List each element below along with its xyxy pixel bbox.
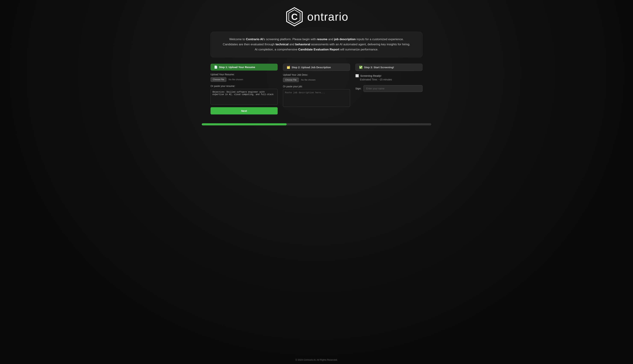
footer: © 2024 Contrario AI. All Rights Reserved… — [293, 356, 340, 364]
step1-file-button[interactable]: Choose File — [210, 77, 227, 82]
step2-file-chosen: No file chosen — [301, 78, 315, 81]
progress-fill — [202, 123, 287, 126]
step2-file-row: Choose File No file chosen — [283, 78, 350, 82]
screening-ready-text: Screening Ready! — [360, 74, 381, 77]
next-button[interactable]: Next — [210, 107, 278, 114]
progress-container — [202, 123, 431, 126]
step1-icon: 📄 — [214, 66, 218, 69]
step3-header-label: Step 3: Start Screening! — [364, 66, 394, 69]
step2-icon: 🗂️ — [287, 66, 290, 69]
step3-panel: ✅ Step 3: Start Screening! ⬜ Screening R… — [355, 64, 423, 92]
footer-text: © 2024 Contrario AI. All Rights Reserved… — [296, 358, 338, 361]
logo-hex-icon: C — [285, 7, 304, 26]
logo-area: C ontrario — [285, 0, 348, 32]
step2-panel: 🗂️ Step 2: Upload Job Description Upload… — [283, 64, 350, 108]
step1-resume-textarea[interactable]: Objective: Skilled software engineer wit… — [210, 89, 278, 105]
step1-paste-label: Or paste your resume: — [210, 85, 278, 88]
step1-file-row: Choose File No file chosen — [210, 77, 278, 82]
logo-text: ontrario — [307, 10, 348, 23]
steps-container: 📄 Step 1: Upload Your Resume Upload Your… — [210, 64, 423, 114]
screening-ready-row: ⬜ Screening Ready! — [355, 74, 423, 78]
step2-upload-label: Upload Your Job Desc: — [283, 73, 350, 76]
progress-track — [202, 123, 431, 126]
sign-label: Sign: — [355, 87, 361, 90]
sign-input[interactable] — [363, 85, 423, 92]
step2-header-label: Step 2: Upload Job Description — [292, 66, 331, 69]
svg-text:C: C — [291, 12, 298, 22]
step2-content: Upload Your Job Desc: Choose File No fil… — [283, 73, 350, 108]
step2-paste-label: Or paste your job: — [283, 85, 350, 88]
estimated-time: Estimated Time: ~15 minutes — [355, 78, 423, 81]
step1-file-chosen: No file chosen — [229, 78, 243, 81]
step3-icon: ✅ — [359, 66, 363, 69]
step1-upload-label: Upload Your Resume: — [210, 73, 278, 76]
step2-job-textarea[interactable] — [283, 89, 350, 107]
step1-header-label: Step 1: Upload Your Resume — [219, 66, 255, 68]
step3-header-button[interactable]: ✅ Step 3: Start Screening! — [355, 64, 423, 71]
step3-content: ⬜ Screening Ready! Estimated Time: ~15 m… — [355, 73, 423, 92]
welcome-banner: Welcome to Contrario AI's screening plat… — [210, 32, 423, 57]
step2-header-button[interactable]: 🗂️ Step 2: Upload Job Description — [283, 64, 350, 71]
step1-header-button[interactable]: 📄 Step 1: Upload Your Resume — [210, 64, 278, 70]
screening-ready-icon: ⬜ — [355, 74, 359, 78]
step1-panel: 📄 Step 1: Upload Your Resume Upload Your… — [210, 64, 278, 114]
sign-row: Sign: — [355, 85, 423, 92]
step1-content: Upload Your Resume: Choose File No file … — [210, 73, 278, 114]
step2-file-button[interactable]: Choose File — [283, 78, 299, 82]
brand-name: Contrario AI — [246, 38, 263, 41]
